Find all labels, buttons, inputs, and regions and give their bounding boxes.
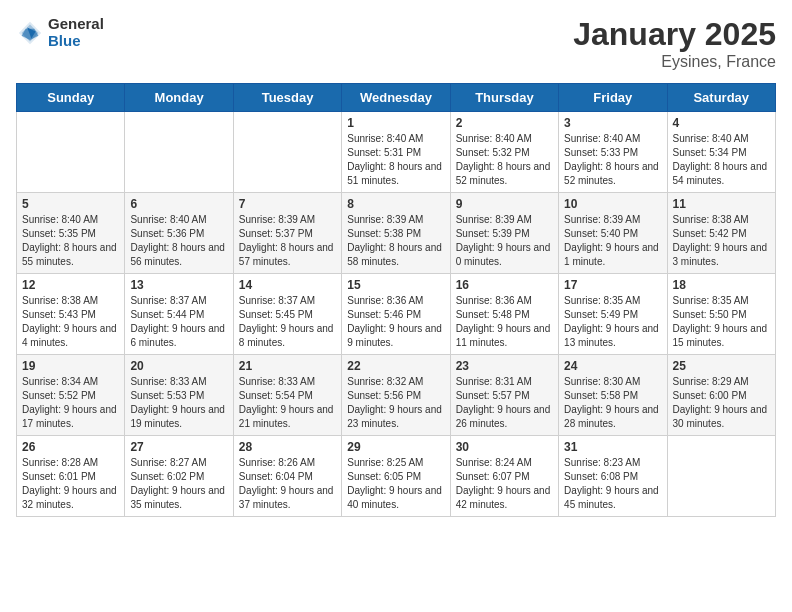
- calendar-cell: 26Sunrise: 8:28 AM Sunset: 6:01 PM Dayli…: [17, 436, 125, 517]
- day-header-monday: Monday: [125, 84, 233, 112]
- day-number: 10: [564, 197, 661, 211]
- title-block: January 2025 Eysines, France: [573, 16, 776, 71]
- day-info: Sunrise: 8:35 AM Sunset: 5:49 PM Dayligh…: [564, 294, 661, 350]
- calendar-cell: [233, 112, 341, 193]
- day-info: Sunrise: 8:40 AM Sunset: 5:32 PM Dayligh…: [456, 132, 553, 188]
- day-number: 19: [22, 359, 119, 373]
- calendar-cell: [17, 112, 125, 193]
- day-number: 11: [673, 197, 770, 211]
- day-header-thursday: Thursday: [450, 84, 558, 112]
- calendar-cell: 20Sunrise: 8:33 AM Sunset: 5:53 PM Dayli…: [125, 355, 233, 436]
- day-info: Sunrise: 8:36 AM Sunset: 5:46 PM Dayligh…: [347, 294, 444, 350]
- day-number: 4: [673, 116, 770, 130]
- calendar-cell: 30Sunrise: 8:24 AM Sunset: 6:07 PM Dayli…: [450, 436, 558, 517]
- day-number: 13: [130, 278, 227, 292]
- logo-general: General: [48, 15, 104, 32]
- day-number: 26: [22, 440, 119, 454]
- calendar-week-3: 12Sunrise: 8:38 AM Sunset: 5:43 PM Dayli…: [17, 274, 776, 355]
- day-info: Sunrise: 8:40 AM Sunset: 5:36 PM Dayligh…: [130, 213, 227, 269]
- calendar-cell: 16Sunrise: 8:36 AM Sunset: 5:48 PM Dayli…: [450, 274, 558, 355]
- day-number: 5: [22, 197, 119, 211]
- calendar-cell: 24Sunrise: 8:30 AM Sunset: 5:58 PM Dayli…: [559, 355, 667, 436]
- day-number: 14: [239, 278, 336, 292]
- location-title: Eysines, France: [573, 53, 776, 71]
- calendar-cell: 27Sunrise: 8:27 AM Sunset: 6:02 PM Dayli…: [125, 436, 233, 517]
- calendar-cell: 31Sunrise: 8:23 AM Sunset: 6:08 PM Dayli…: [559, 436, 667, 517]
- day-info: Sunrise: 8:39 AM Sunset: 5:37 PM Dayligh…: [239, 213, 336, 269]
- day-info: Sunrise: 8:28 AM Sunset: 6:01 PM Dayligh…: [22, 456, 119, 512]
- day-info: Sunrise: 8:32 AM Sunset: 5:56 PM Dayligh…: [347, 375, 444, 431]
- day-info: Sunrise: 8:29 AM Sunset: 6:00 PM Dayligh…: [673, 375, 770, 431]
- calendar-cell: 6Sunrise: 8:40 AM Sunset: 5:36 PM Daylig…: [125, 193, 233, 274]
- calendar-cell: 11Sunrise: 8:38 AM Sunset: 5:42 PM Dayli…: [667, 193, 775, 274]
- calendar-cell: 19Sunrise: 8:34 AM Sunset: 5:52 PM Dayli…: [17, 355, 125, 436]
- day-info: Sunrise: 8:31 AM Sunset: 5:57 PM Dayligh…: [456, 375, 553, 431]
- day-info: Sunrise: 8:38 AM Sunset: 5:42 PM Dayligh…: [673, 213, 770, 269]
- calendar-header-row: SundayMondayTuesdayWednesdayThursdayFrid…: [17, 84, 776, 112]
- day-number: 3: [564, 116, 661, 130]
- day-number: 8: [347, 197, 444, 211]
- day-number: 30: [456, 440, 553, 454]
- calendar-cell: 18Sunrise: 8:35 AM Sunset: 5:50 PM Dayli…: [667, 274, 775, 355]
- calendar-cell: 7Sunrise: 8:39 AM Sunset: 5:37 PM Daylig…: [233, 193, 341, 274]
- day-info: Sunrise: 8:34 AM Sunset: 5:52 PM Dayligh…: [22, 375, 119, 431]
- day-info: Sunrise: 8:23 AM Sunset: 6:08 PM Dayligh…: [564, 456, 661, 512]
- calendar-cell: 14Sunrise: 8:37 AM Sunset: 5:45 PM Dayli…: [233, 274, 341, 355]
- page-header: General Blue January 2025 Eysines, Franc…: [16, 16, 776, 71]
- calendar-cell: 2Sunrise: 8:40 AM Sunset: 5:32 PM Daylig…: [450, 112, 558, 193]
- day-header-tuesday: Tuesday: [233, 84, 341, 112]
- calendar-cell: 9Sunrise: 8:39 AM Sunset: 5:39 PM Daylig…: [450, 193, 558, 274]
- day-number: 1: [347, 116, 444, 130]
- logo: General Blue: [16, 16, 104, 49]
- calendar-cell: 12Sunrise: 8:38 AM Sunset: 5:43 PM Dayli…: [17, 274, 125, 355]
- calendar-cell: 28Sunrise: 8:26 AM Sunset: 6:04 PM Dayli…: [233, 436, 341, 517]
- logo-icon: [16, 19, 44, 47]
- day-number: 21: [239, 359, 336, 373]
- day-number: 31: [564, 440, 661, 454]
- day-info: Sunrise: 8:35 AM Sunset: 5:50 PM Dayligh…: [673, 294, 770, 350]
- calendar-cell: 25Sunrise: 8:29 AM Sunset: 6:00 PM Dayli…: [667, 355, 775, 436]
- day-number: 15: [347, 278, 444, 292]
- calendar-cell: 10Sunrise: 8:39 AM Sunset: 5:40 PM Dayli…: [559, 193, 667, 274]
- day-number: 24: [564, 359, 661, 373]
- day-info: Sunrise: 8:26 AM Sunset: 6:04 PM Dayligh…: [239, 456, 336, 512]
- calendar-cell: 5Sunrise: 8:40 AM Sunset: 5:35 PM Daylig…: [17, 193, 125, 274]
- calendar-cell: 22Sunrise: 8:32 AM Sunset: 5:56 PM Dayli…: [342, 355, 450, 436]
- day-info: Sunrise: 8:40 AM Sunset: 5:34 PM Dayligh…: [673, 132, 770, 188]
- day-info: Sunrise: 8:40 AM Sunset: 5:35 PM Dayligh…: [22, 213, 119, 269]
- day-number: 28: [239, 440, 336, 454]
- day-number: 2: [456, 116, 553, 130]
- day-info: Sunrise: 8:39 AM Sunset: 5:38 PM Dayligh…: [347, 213, 444, 269]
- day-info: Sunrise: 8:33 AM Sunset: 5:53 PM Dayligh…: [130, 375, 227, 431]
- calendar-cell: 23Sunrise: 8:31 AM Sunset: 5:57 PM Dayli…: [450, 355, 558, 436]
- calendar-cell: 1Sunrise: 8:40 AM Sunset: 5:31 PM Daylig…: [342, 112, 450, 193]
- calendar-cell: 17Sunrise: 8:35 AM Sunset: 5:49 PM Dayli…: [559, 274, 667, 355]
- day-info: Sunrise: 8:40 AM Sunset: 5:31 PM Dayligh…: [347, 132, 444, 188]
- calendar-week-1: 1Sunrise: 8:40 AM Sunset: 5:31 PM Daylig…: [17, 112, 776, 193]
- day-info: Sunrise: 8:25 AM Sunset: 6:05 PM Dayligh…: [347, 456, 444, 512]
- calendar-cell: [125, 112, 233, 193]
- calendar-cell: 15Sunrise: 8:36 AM Sunset: 5:46 PM Dayli…: [342, 274, 450, 355]
- calendar-cell: 13Sunrise: 8:37 AM Sunset: 5:44 PM Dayli…: [125, 274, 233, 355]
- day-info: Sunrise: 8:40 AM Sunset: 5:33 PM Dayligh…: [564, 132, 661, 188]
- day-number: 7: [239, 197, 336, 211]
- day-number: 16: [456, 278, 553, 292]
- calendar-week-4: 19Sunrise: 8:34 AM Sunset: 5:52 PM Dayli…: [17, 355, 776, 436]
- day-number: 23: [456, 359, 553, 373]
- day-info: Sunrise: 8:39 AM Sunset: 5:40 PM Dayligh…: [564, 213, 661, 269]
- day-number: 17: [564, 278, 661, 292]
- day-number: 29: [347, 440, 444, 454]
- calendar-cell: 3Sunrise: 8:40 AM Sunset: 5:33 PM Daylig…: [559, 112, 667, 193]
- calendar-cell: 21Sunrise: 8:33 AM Sunset: 5:54 PM Dayli…: [233, 355, 341, 436]
- day-info: Sunrise: 8:27 AM Sunset: 6:02 PM Dayligh…: [130, 456, 227, 512]
- day-header-sunday: Sunday: [17, 84, 125, 112]
- calendar-table: SundayMondayTuesdayWednesdayThursdayFrid…: [16, 83, 776, 517]
- day-info: Sunrise: 8:37 AM Sunset: 5:44 PM Dayligh…: [130, 294, 227, 350]
- day-number: 27: [130, 440, 227, 454]
- day-header-wednesday: Wednesday: [342, 84, 450, 112]
- day-header-saturday: Saturday: [667, 84, 775, 112]
- day-number: 25: [673, 359, 770, 373]
- day-number: 20: [130, 359, 227, 373]
- logo-text: General Blue: [48, 16, 104, 49]
- day-info: Sunrise: 8:36 AM Sunset: 5:48 PM Dayligh…: [456, 294, 553, 350]
